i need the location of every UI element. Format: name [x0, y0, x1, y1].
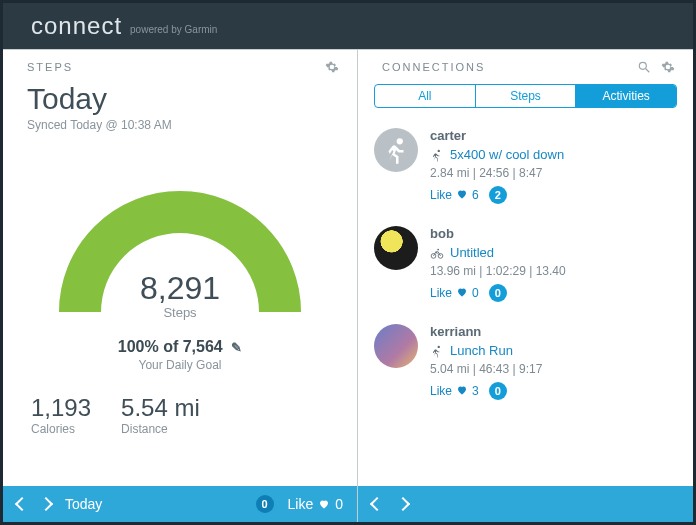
steps-like-count: 0: [335, 496, 343, 512]
metric-calories: 1,193 Calories: [31, 394, 91, 436]
top-bar: connect powered by Garmin: [3, 3, 693, 49]
svg-point-6: [437, 248, 439, 250]
feed-item-body: carter 5x400 w/ cool down 2.84 mi | 24:5…: [430, 128, 564, 204]
heart-icon: [456, 188, 468, 202]
next-button[interactable]: [398, 496, 408, 512]
steps-count: 8,291: [50, 270, 310, 307]
distance-value: 5.54 mi: [121, 394, 200, 422]
connections-card: CONNECTIONS All Steps Activities: [358, 50, 693, 522]
steps-footer-label: Today: [65, 496, 102, 512]
feed-item: kerriann Lunch Run 5.04 mi | 46:43 | 9:1…: [374, 314, 683, 412]
svg-point-7: [438, 345, 440, 347]
connections-footer: [358, 486, 693, 522]
feed-user[interactable]: bob: [430, 226, 566, 241]
steps-card: STEPS Today Synced Today @ 10:38 AM: [3, 50, 358, 522]
activity-stats: 2.84 mi | 24:56 | 8:47: [430, 166, 564, 180]
connections-card-title: CONNECTIONS: [382, 61, 485, 73]
feed-user[interactable]: kerriann: [430, 324, 542, 339]
like-button[interactable]: Like 3: [430, 384, 479, 398]
next-button[interactable]: [41, 496, 51, 512]
comments-badge[interactable]: 0: [489, 284, 507, 302]
app-frame: connect powered by Garmin STEPS Today Sy…: [0, 0, 696, 525]
steps-metrics: 1,193 Calories 5.54 mi Distance: [27, 394, 333, 436]
activity-link[interactable]: 5x400 w/ cool down: [450, 147, 564, 162]
steps-gauge: 8,291 Steps: [50, 162, 310, 332]
steps-like-button[interactable]: Like 0: [288, 496, 343, 512]
activity-link[interactable]: Untitled: [450, 245, 494, 260]
gear-icon[interactable]: [325, 60, 339, 74]
brand-logo: connect: [31, 12, 122, 40]
svg-point-3: [438, 149, 440, 151]
steps-card-header: STEPS: [3, 50, 357, 74]
like-button[interactable]: Like 0: [430, 286, 479, 300]
svg-line-1: [646, 69, 650, 73]
activity-link[interactable]: Lunch Run: [450, 343, 513, 358]
steps-goal-line: 100% of 7,564 ✎: [27, 338, 333, 356]
columns: STEPS Today Synced Today @ 10:38 AM: [3, 49, 693, 522]
svg-point-2: [397, 138, 403, 144]
steps-body: Today Synced Today @ 10:38 AM 8,291 Step…: [3, 74, 357, 486]
steps-goal-text: 100% of 7,564: [118, 338, 223, 355]
steps-comments-badge[interactable]: 0: [256, 495, 274, 513]
tab-steps[interactable]: Steps: [476, 85, 577, 107]
pencil-icon[interactable]: ✎: [231, 340, 242, 355]
connections-feed: carter 5x400 w/ cool down 2.84 mi | 24:5…: [358, 116, 693, 486]
distance-label: Distance: [121, 422, 200, 436]
feed-item: carter 5x400 w/ cool down 2.84 mi | 24:5…: [374, 118, 683, 216]
feed-item: bob Untitled 13.96 mi | 1:02:29 | 13.40 …: [374, 216, 683, 314]
feed-user[interactable]: carter: [430, 128, 564, 143]
heart-icon: [318, 496, 330, 512]
steps-like-label: Like: [288, 496, 314, 512]
steps-card-title: STEPS: [27, 61, 73, 73]
calories-value: 1,193: [31, 394, 91, 422]
avatar[interactable]: [374, 226, 418, 270]
heart-icon: [456, 384, 468, 398]
calories-label: Calories: [31, 422, 91, 436]
comments-badge[interactable]: 0: [489, 382, 507, 400]
steps-count-label: Steps: [50, 305, 310, 320]
svg-point-0: [639, 62, 646, 69]
steps-synced: Synced Today @ 10:38 AM: [27, 118, 333, 132]
connections-tabs: All Steps Activities: [374, 84, 677, 108]
connections-card-header: CONNECTIONS: [358, 50, 693, 74]
comments-badge[interactable]: 2: [489, 186, 507, 204]
feed-item-body: bob Untitled 13.96 mi | 1:02:29 | 13.40 …: [430, 226, 566, 302]
search-icon[interactable]: [637, 60, 651, 74]
cycling-icon: [430, 246, 444, 260]
activity-stats: 5.04 mi | 46:43 | 9:17: [430, 362, 542, 376]
feed-item-body: kerriann Lunch Run 5.04 mi | 46:43 | 9:1…: [430, 324, 542, 400]
steps-goal-sub: Your Daily Goal: [27, 358, 333, 372]
avatar[interactable]: [374, 128, 418, 172]
metric-distance: 5.54 mi Distance: [121, 394, 200, 436]
avatar[interactable]: [374, 324, 418, 368]
tab-all[interactable]: All: [375, 85, 476, 107]
brand-powered: powered by Garmin: [130, 24, 217, 35]
running-icon: [430, 344, 444, 358]
gauge-center: 8,291 Steps: [50, 270, 310, 320]
steps-title: Today: [27, 82, 333, 116]
heart-icon: [456, 286, 468, 300]
steps-footer: Today 0 Like 0: [3, 486, 357, 522]
running-icon: [430, 148, 444, 162]
gear-icon[interactable]: [661, 60, 675, 74]
tab-activities[interactable]: Activities: [576, 85, 676, 107]
prev-button[interactable]: [372, 496, 382, 512]
like-button[interactable]: Like 6: [430, 188, 479, 202]
prev-button[interactable]: [17, 496, 27, 512]
activity-stats: 13.96 mi | 1:02:29 | 13.40: [430, 264, 566, 278]
